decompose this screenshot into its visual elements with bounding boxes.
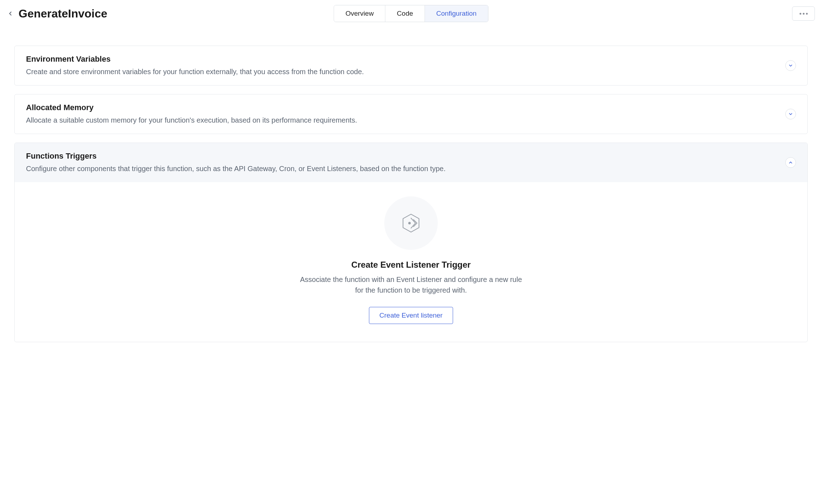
panel-allocated-memory: Allocated Memory Allocate a suitable cus… — [14, 94, 808, 134]
more-icon — [800, 13, 808, 15]
more-button[interactable] — [792, 6, 815, 21]
page-title: GenerateInvoice — [19, 7, 107, 20]
tabs-container: Overview Code Configuration — [334, 5, 488, 22]
svg-point-1 — [408, 222, 411, 225]
chevron-down-icon — [788, 112, 793, 117]
tab-overview[interactable]: Overview — [334, 5, 385, 22]
panel-text: Allocated Memory Allocate a suitable cus… — [26, 103, 785, 125]
chevron-down-icon — [788, 63, 793, 68]
panel-text: Environment Variables Create and store e… — [26, 55, 785, 77]
panel-environment-variables: Environment Variables Create and store e… — [14, 46, 808, 86]
chevron-up-icon — [788, 160, 793, 165]
triggers-body-desc: Associate the function with an Event Lis… — [297, 274, 525, 295]
content-area: Environment Variables Create and store e… — [0, 24, 822, 342]
panel-desc-memory: Allocate a suitable custom memory for yo… — [26, 115, 785, 125]
panel-header-memory[interactable]: Allocated Memory Allocate a suitable cus… — [15, 94, 807, 134]
panel-header-triggers[interactable]: Functions Triggers Configure other compo… — [15, 143, 807, 182]
panel-title-triggers: Functions Triggers — [26, 151, 785, 161]
expand-toggle-env[interactable] — [785, 60, 796, 71]
panel-text: Functions Triggers Configure other compo… — [26, 151, 785, 174]
panel-title-env: Environment Variables — [26, 55, 785, 64]
triggers-body-title: Create Event Listener Trigger — [351, 260, 471, 270]
panel-desc-triggers: Configure other components that trigger … — [26, 164, 785, 174]
panel-title-memory: Allocated Memory — [26, 103, 785, 112]
panel-body-triggers: Create Event Listener Trigger Associate … — [15, 182, 807, 342]
create-event-listener-button[interactable]: Create Event listener — [369, 307, 453, 324]
event-listener-icon-circle — [384, 196, 438, 250]
page-header: GenerateInvoice Overview Code Configurat… — [0, 3, 822, 24]
panel-functions-triggers: Functions Triggers Configure other compo… — [14, 143, 808, 342]
panel-desc-env: Create and store environment variables f… — [26, 67, 785, 77]
expand-toggle-memory[interactable] — [785, 109, 796, 119]
back-icon[interactable] — [7, 10, 14, 17]
tab-code[interactable]: Code — [385, 5, 425, 22]
panel-header-env[interactable]: Environment Variables Create and store e… — [15, 46, 807, 85]
tab-configuration[interactable]: Configuration — [425, 5, 488, 22]
collapse-toggle-triggers[interactable] — [785, 157, 796, 168]
event-listener-icon — [399, 211, 423, 236]
